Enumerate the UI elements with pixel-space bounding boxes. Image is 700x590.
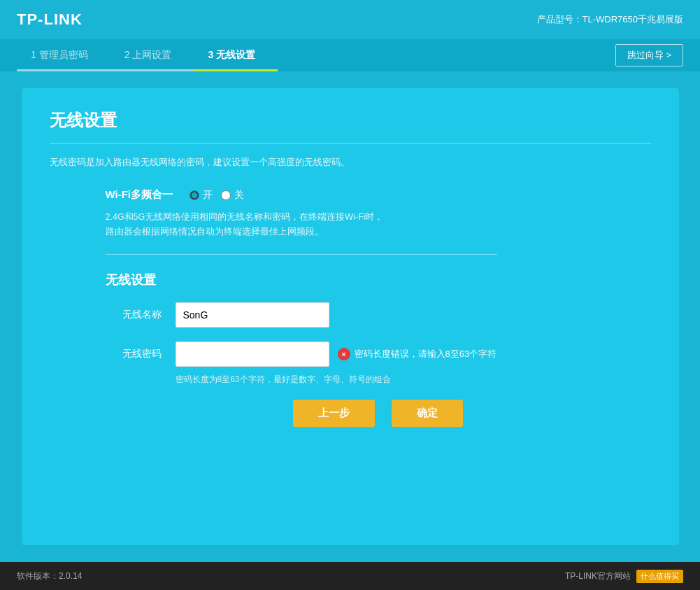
main-content: 无线设置 无线密码是加入路由器无线网络的密码，建议设置一个高强度的无线密码。 W…	[0, 71, 700, 562]
wifi-off-label: 关	[234, 189, 244, 202]
error-text: 密码长度错误，请输入8至63个字符	[355, 348, 497, 360]
product-model-value: TL-WDR7650千兆易展版	[583, 14, 683, 24]
wifi-radio-off[interactable]	[221, 190, 231, 200]
button-row: 上一步 确定	[50, 400, 651, 427]
wifi-option-on[interactable]: 开	[190, 189, 213, 202]
ssid-row: 无线名称	[50, 302, 651, 328]
nav-steps: 1 管理员密码 2 上网设置 3 无线设置	[17, 39, 615, 71]
footer-version: 软件版本：2.0.14	[17, 570, 82, 582]
password-error: × 密码长度错误，请输入8至63个字符	[338, 348, 497, 360]
ssid-label: 无线名称	[106, 309, 162, 321]
password-row: 无线密码 × 密码长度错误，请输入8至63个字符	[50, 342, 651, 367]
password-label: 无线密码	[106, 348, 162, 360]
wifi-multiband-row: Wi-Fi多频合一 开 关	[50, 188, 651, 202]
nav-step-2[interactable]: 2 上网设置	[110, 39, 194, 71]
card-title: 无线设置	[50, 109, 651, 132]
card-divider	[50, 143, 651, 143]
version-value: 2.0.14	[59, 571, 82, 581]
footer-badge: 什么值得买	[636, 570, 683, 583]
footer: 软件版本：2.0.14 TP-LINK官方网站 什么值得买	[0, 562, 700, 590]
product-model: 产品型号：TL-WDR7650千兆易展版	[537, 13, 683, 26]
product-label: 产品型号：	[537, 14, 583, 24]
footer-right: TP-LINK官方网站 什么值得买	[565, 570, 683, 583]
wifi-band-desc-line2: 路由器会根据网络情况自动为终端选择最佳上网频段。	[106, 227, 324, 237]
nav-step-1[interactable]: 1 管理员密码	[17, 39, 110, 71]
password-hint: 密码长度为8至63个字符，最好是数字、字母、符号的组合	[120, 374, 651, 386]
wifi-band-desc-line1: 2.4G和5G无线网络使用相同的无线名称和密码，在终端连接Wi-Fi时，	[106, 212, 384, 222]
password-input[interactable]	[176, 342, 329, 367]
wifi-on-label: 开	[203, 189, 213, 202]
wifi-multiband-options: 开 关	[190, 189, 244, 202]
navbar: 1 管理员密码 2 上网设置 3 无线设置 跳过向导 >	[0, 39, 700, 71]
footer-website: TP-LINK官方网站	[565, 570, 631, 582]
confirm-button[interactable]: 确定	[392, 400, 463, 427]
section-divider	[106, 254, 497, 255]
prev-button[interactable]: 上一步	[293, 400, 375, 427]
wifi-option-off[interactable]: 关	[221, 189, 244, 202]
wireless-section-title: 无线设置	[50, 272, 651, 288]
logo: TP-LINK	[17, 10, 83, 29]
settings-card: 无线设置 无线密码是加入路由器无线网络的密码，建议设置一个高强度的无线密码。 W…	[22, 88, 679, 545]
header: TP-LINK 产品型号：TL-WDR7650千兆易展版	[0, 0, 700, 39]
nav-step-3[interactable]: 3 无线设置	[194, 39, 278, 71]
wifi-band-description: 2.4G和5G无线网络使用相同的无线名称和密码，在终端连接Wi-Fi时， 路由器…	[50, 210, 651, 240]
wifi-multiband-label: Wi-Fi多频合一	[106, 188, 173, 202]
wifi-radio-on[interactable]	[190, 190, 199, 200]
version-label: 软件版本：	[17, 571, 59, 581]
skip-button[interactable]: 跳过向导 >	[615, 44, 683, 66]
error-icon: ×	[338, 348, 350, 360]
card-description: 无线密码是加入路由器无线网络的密码，建议设置一个高强度的无线密码。	[50, 156, 651, 169]
ssid-input[interactable]	[176, 302, 329, 328]
